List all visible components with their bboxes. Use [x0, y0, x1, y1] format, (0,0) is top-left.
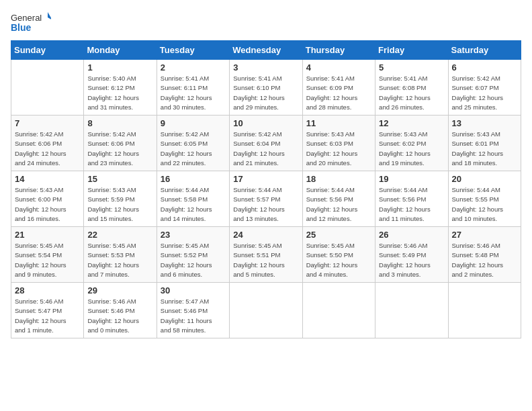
weekday-header-sunday: Sunday	[11, 41, 84, 60]
week-row-4: 21Sunrise: 5:45 AMSunset: 5:54 PMDayligh…	[11, 227, 521, 283]
day-number: 20	[452, 174, 517, 184]
day-info: Sunrise: 5:47 AMSunset: 5:46 PMDaylight:…	[161, 297, 226, 335]
calendar-cell	[448, 283, 521, 338]
day-info: Sunrise: 5:43 AMSunset: 6:01 PMDaylight:…	[452, 130, 517, 168]
day-info: Sunrise: 5:43 AMSunset: 5:59 PMDaylight:…	[87, 185, 152, 224]
calendar-cell: 30Sunrise: 5:47 AMSunset: 5:46 PMDayligh…	[157, 283, 229, 338]
day-number: 8	[87, 118, 152, 128]
weekday-header-wednesday: Wednesday	[230, 41, 302, 60]
svg-text:General: General	[11, 13, 42, 23]
day-number: 29	[87, 285, 152, 295]
day-number: 14	[15, 174, 80, 184]
calendar-cell: 19Sunrise: 5:44 AMSunset: 5:56 PMDayligh…	[375, 171, 448, 227]
week-row-5: 28Sunrise: 5:46 AMSunset: 5:47 PMDayligh…	[11, 283, 521, 338]
day-number: 28	[15, 285, 80, 295]
calendar-cell: 9Sunrise: 5:42 AMSunset: 6:05 PMDaylight…	[157, 116, 229, 171]
calendar-cell: 13Sunrise: 5:43 AMSunset: 6:01 PMDayligh…	[448, 116, 521, 171]
day-info: Sunrise: 5:45 AMSunset: 5:53 PMDaylight:…	[87, 241, 152, 279]
day-number: 6	[452, 62, 517, 73]
day-number: 22	[87, 230, 152, 240]
calendar-cell: 29Sunrise: 5:46 AMSunset: 5:46 PMDayligh…	[84, 283, 157, 338]
weekday-header-row: SundayMondayTuesdayWednesdayThursdayFrid…	[11, 41, 521, 60]
day-number: 9	[161, 118, 226, 128]
day-info: Sunrise: 5:45 AMSunset: 5:51 PMDaylight:…	[233, 241, 298, 279]
weekday-header-saturday: Saturday	[448, 41, 521, 60]
day-number: 24	[233, 230, 298, 240]
day-number: 23	[161, 230, 226, 240]
day-number: 11	[306, 118, 371, 128]
day-number: 13	[452, 118, 517, 128]
calendar-cell: 23Sunrise: 5:45 AMSunset: 5:52 PMDayligh…	[157, 227, 229, 283]
day-info: Sunrise: 5:46 AMSunset: 5:48 PMDaylight:…	[452, 241, 517, 279]
calendar-cell: 28Sunrise: 5:46 AMSunset: 5:47 PMDayligh…	[11, 283, 84, 338]
calendar-cell: 21Sunrise: 5:45 AMSunset: 5:54 PMDayligh…	[11, 227, 84, 283]
generalblue-logo-icon: General Blue	[11, 11, 51, 35]
calendar-cell: 1Sunrise: 5:40 AMSunset: 6:12 PMDaylight…	[84, 60, 157, 116]
svg-marker-2	[48, 12, 51, 20]
day-number: 10	[233, 118, 298, 128]
day-info: Sunrise: 5:42 AMSunset: 6:06 PMDaylight:…	[87, 130, 152, 168]
day-number: 17	[233, 174, 298, 184]
day-number: 25	[306, 230, 371, 240]
day-number: 2	[161, 62, 226, 73]
day-info: Sunrise: 5:45 AMSunset: 5:52 PMDaylight:…	[161, 241, 226, 279]
day-info: Sunrise: 5:44 AMSunset: 5:57 PMDaylight:…	[233, 185, 298, 224]
calendar-cell: 6Sunrise: 5:42 AMSunset: 6:07 PMDaylight…	[448, 60, 521, 116]
calendar-cell: 10Sunrise: 5:42 AMSunset: 6:04 PMDayligh…	[230, 116, 302, 171]
day-number: 18	[306, 174, 371, 184]
day-info: Sunrise: 5:40 AMSunset: 6:12 PMDaylight:…	[87, 74, 152, 112]
calendar-cell: 20Sunrise: 5:44 AMSunset: 5:55 PMDayligh…	[448, 171, 521, 227]
calendar-cell: 18Sunrise: 5:44 AMSunset: 5:56 PMDayligh…	[302, 171, 375, 227]
calendar-cell: 22Sunrise: 5:45 AMSunset: 5:53 PMDayligh…	[84, 227, 157, 283]
day-info: Sunrise: 5:42 AMSunset: 6:05 PMDaylight:…	[161, 130, 226, 168]
day-info: Sunrise: 5:45 AMSunset: 5:54 PMDaylight:…	[15, 241, 80, 279]
calendar-cell	[375, 283, 448, 338]
calendar-cell: 26Sunrise: 5:46 AMSunset: 5:49 PMDayligh…	[375, 227, 448, 283]
weekday-header-monday: Monday	[84, 41, 157, 60]
day-number: 1	[87, 62, 152, 73]
day-info: Sunrise: 5:41 AMSunset: 6:08 PMDaylight:…	[379, 74, 444, 112]
calendar-cell: 5Sunrise: 5:41 AMSunset: 6:08 PMDaylight…	[375, 60, 448, 116]
day-number: 27	[452, 230, 517, 240]
calendar-cell: 27Sunrise: 5:46 AMSunset: 5:48 PMDayligh…	[448, 227, 521, 283]
day-number: 3	[233, 62, 298, 73]
day-info: Sunrise: 5:44 AMSunset: 5:58 PMDaylight:…	[161, 185, 226, 224]
day-number: 26	[379, 230, 444, 240]
day-number: 7	[15, 118, 80, 128]
calendar-cell: 17Sunrise: 5:44 AMSunset: 5:57 PMDayligh…	[230, 171, 302, 227]
calendar-cell: 2Sunrise: 5:41 AMSunset: 6:11 PMDaylight…	[157, 60, 229, 116]
day-number: 30	[161, 285, 226, 295]
weekday-header-friday: Friday	[375, 41, 448, 60]
day-number: 15	[87, 174, 152, 184]
day-info: Sunrise: 5:42 AMSunset: 6:06 PMDaylight:…	[15, 130, 80, 168]
weekday-header-tuesday: Tuesday	[157, 41, 229, 60]
day-info: Sunrise: 5:43 AMSunset: 6:00 PMDaylight:…	[15, 185, 80, 224]
calendar-cell: 25Sunrise: 5:45 AMSunset: 5:50 PMDayligh…	[302, 227, 375, 283]
week-row-1: 1Sunrise: 5:40 AMSunset: 6:12 PMDaylight…	[11, 60, 521, 116]
day-info: Sunrise: 5:41 AMSunset: 6:11 PMDaylight:…	[161, 74, 226, 112]
day-info: Sunrise: 5:41 AMSunset: 6:09 PMDaylight:…	[306, 74, 371, 112]
day-info: Sunrise: 5:44 AMSunset: 5:56 PMDaylight:…	[379, 185, 444, 224]
calendar-cell	[11, 60, 84, 116]
calendar-cell: 14Sunrise: 5:43 AMSunset: 6:00 PMDayligh…	[11, 171, 84, 227]
calendar-cell: 12Sunrise: 5:43 AMSunset: 6:02 PMDayligh…	[375, 116, 448, 171]
day-info: Sunrise: 5:43 AMSunset: 6:03 PMDaylight:…	[306, 130, 371, 168]
calendar-cell: 15Sunrise: 5:43 AMSunset: 5:59 PMDayligh…	[84, 171, 157, 227]
calendar-cell: 3Sunrise: 5:41 AMSunset: 6:10 PMDaylight…	[230, 60, 302, 116]
day-number: 19	[379, 174, 444, 184]
day-info: Sunrise: 5:41 AMSunset: 6:10 PMDaylight:…	[233, 74, 298, 112]
day-number: 21	[15, 230, 80, 240]
day-number: 4	[306, 62, 371, 73]
calendar-cell	[230, 283, 302, 338]
weekday-header-thursday: Thursday	[302, 41, 375, 60]
logo: General Blue	[11, 11, 51, 35]
calendar-cell: 24Sunrise: 5:45 AMSunset: 5:51 PMDayligh…	[230, 227, 302, 283]
calendar-table: SundayMondayTuesdayWednesdayThursdayFrid…	[11, 40, 521, 338]
day-info: Sunrise: 5:46 AMSunset: 5:46 PMDaylight:…	[87, 297, 152, 335]
day-info: Sunrise: 5:44 AMSunset: 5:55 PMDaylight:…	[452, 185, 517, 224]
day-info: Sunrise: 5:43 AMSunset: 6:02 PMDaylight:…	[379, 130, 444, 168]
day-number: 12	[379, 118, 444, 128]
week-row-2: 7Sunrise: 5:42 AMSunset: 6:06 PMDaylight…	[11, 116, 521, 171]
svg-text:Blue: Blue	[11, 22, 32, 33]
calendar-cell: 8Sunrise: 5:42 AMSunset: 6:06 PMDaylight…	[84, 116, 157, 171]
